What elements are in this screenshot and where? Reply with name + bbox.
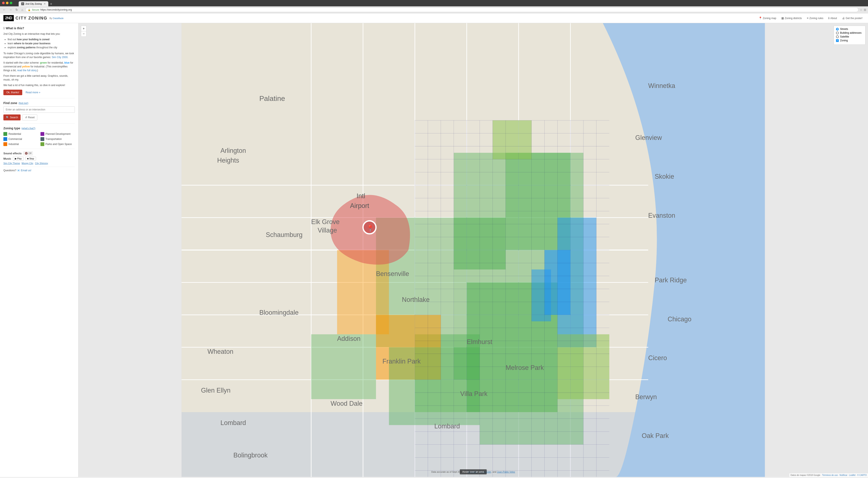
zone-transport[interactable]: Transportation — [40, 137, 75, 141]
zoning-check[interactable] — [836, 39, 839, 42]
about-icon: ℹ — [828, 17, 830, 20]
track-shimmy[interactable]: City Shimmy — [35, 162, 48, 165]
satellite-radio[interactable] — [836, 35, 839, 38]
window-minimize[interactable] — [6, 2, 8, 4]
zone-commercial[interactable]: Commercial — [3, 137, 38, 141]
green-text: green — [40, 61, 47, 64]
stop-button[interactable]: ■ Stop — [25, 157, 36, 160]
header-nav: 📍 Zoning map ▦ Zoning districts ≡ Zoning… — [756, 16, 865, 21]
back-button[interactable]: ← — [2, 8, 7, 12]
find-me-link[interactable]: (find me!) — [19, 102, 28, 104]
sidebar: ℹ What is this? 2nd City Zoning is an in… — [0, 23, 79, 477]
zoom-in-button[interactable]: + — [81, 26, 87, 31]
nav-about[interactable]: ℹ About — [826, 16, 839, 21]
svg-text:Park Ridge: Park Ridge — [655, 276, 687, 284]
tab-close[interactable]: ✕ — [44, 2, 46, 5]
whats-that-link[interactable]: (what's that?) — [22, 127, 35, 129]
hover-tooltip: Hover over an area — [460, 469, 487, 474]
svg-text:Glen Ellyn: Glen Ellyn — [201, 387, 230, 394]
new-tab-button[interactable]: + — [48, 2, 54, 6]
zone-industrial[interactable]: Industrial — [3, 142, 38, 146]
nav-zoning-map[interactable]: 📍 Zoning map — [756, 16, 778, 21]
map-svg[interactable]: Palatine Arlington Heights Schaumburg Bl… — [79, 23, 868, 477]
music-label: Music — [3, 157, 11, 160]
zone-parks[interactable]: Parks and Open Space — [40, 142, 75, 146]
zone-commercial-icon — [3, 137, 7, 141]
email-link[interactable]: Email us! — [21, 169, 31, 172]
track-simcity[interactable]: Sim City Theme — [3, 162, 20, 165]
svg-text:Bensenville: Bensenville — [376, 270, 409, 277]
svg-text:📍: 📍 — [366, 225, 374, 232]
stop-icon: ■ — [27, 157, 29, 160]
main-content: ℹ What is this? 2nd City Zoning is an in… — [0, 23, 868, 477]
address-input[interactable] — [3, 107, 75, 113]
expand-icon[interactable]: ⊞ — [864, 8, 866, 11]
svg-text:Intl: Intl — [356, 192, 365, 200]
window-close[interactable] — [2, 2, 5, 4]
layer-zoning[interactable]: Zoning — [836, 39, 863, 42]
reset-button[interactable]: ↺ Reset — [22, 115, 37, 120]
nav-zoning-districts[interactable]: ▦ Zoning districts — [779, 16, 804, 21]
search-button[interactable]: 🔍 Search — [3, 115, 21, 120]
address-bar[interactable]: 🔒 Secure https://secondcityzoning.org — [25, 7, 859, 12]
url-display: https://secondcityzoning.org — [40, 8, 72, 11]
tab-title: 2nd City Zoning — [25, 3, 42, 5]
sound-off-badge: 🔇 Off — [23, 151, 33, 155]
secure-icon: 🔒 — [28, 8, 31, 11]
window-maximize[interactable] — [10, 2, 12, 4]
track-moogy[interactable]: Moogy City — [22, 162, 33, 165]
building-radio[interactable] — [836, 32, 839, 34]
zoom-out-button[interactable]: − — [81, 31, 87, 37]
svg-text:Evanston: Evanston — [648, 212, 675, 219]
nav-zoning-rules[interactable]: ≡ Zoning rules — [805, 16, 826, 21]
bookmark-icon[interactable]: ☆ — [860, 8, 863, 11]
streets-radio[interactable] — [836, 28, 839, 31]
layer-building-addresses[interactable]: Building addresses — [836, 31, 863, 34]
leaflet-link[interactable]: Leaflet — [849, 474, 856, 476]
home-button[interactable]: ⌂ — [20, 8, 24, 12]
what-section-title: ℹ What is this? — [3, 27, 75, 30]
intro-list: find out how your building is zoned lear… — [8, 37, 75, 50]
notify-link[interactable]: Notificar — [840, 474, 847, 476]
terms-link[interactable]: Términos de uso — [822, 474, 838, 476]
map-area[interactable]: + − Streets Building addresses Satellite — [79, 23, 868, 477]
simcity-link[interactable]: Sim City 2000 — [52, 56, 68, 59]
zone-residential[interactable]: Residential — [3, 132, 38, 136]
tab-favicon: ? — [21, 2, 24, 5]
play-button[interactable]: ▶ Play — [13, 157, 24, 161]
app-header: 2ND CITY ZONING By DataMade 📍 Zoning map… — [0, 13, 868, 23]
svg-text:Franklin Park: Franklin Park — [382, 358, 421, 365]
svg-text:Villa Park: Villa Park — [460, 390, 488, 397]
nav-get-poster[interactable]: 🖨 Get the poster! — [840, 16, 865, 21]
zone-planned-icon — [40, 132, 44, 136]
para2: It started with the color scheme: green … — [3, 61, 75, 72]
datamade-link[interactable]: DataMade — [53, 17, 64, 20]
svg-text:Cicero: Cicero — [648, 354, 667, 361]
svg-text:Bloomingdale: Bloomingdale — [259, 309, 299, 316]
find-zone-header: Find zone (find me!) — [3, 101, 75, 105]
active-tab[interactable]: ? 2nd City Zoning ✕ — [19, 1, 48, 6]
svg-text:Wheaton: Wheaton — [208, 348, 233, 355]
carto-link[interactable]: © CARTO — [857, 474, 867, 476]
map-credit: Datos de mapas ©2018 Google · Términos d… — [789, 473, 868, 477]
zone-planned[interactable]: Planned Development — [40, 132, 75, 136]
ok-button[interactable]: Ok, thanks! — [3, 90, 22, 95]
forward-button[interactable]: → — [8, 8, 13, 12]
browser-toolbar: ← → ↻ ⌂ 🔒 Secure https://secondcityzonin… — [0, 6, 868, 13]
logo: 2ND CITY ZONING — [3, 15, 48, 21]
sound-row: Sound effects 🔇 Off — [3, 151, 75, 155]
full-story-link[interactable]: read the full story — [17, 69, 36, 72]
svg-text:Lombard: Lombard — [220, 419, 246, 426]
layer-satellite[interactable]: Satellite — [836, 35, 863, 38]
layer-streets[interactable]: Streets — [836, 28, 863, 31]
refresh-button[interactable]: ↻ — [14, 8, 19, 12]
play-icon: ▶ — [15, 157, 17, 160]
districts-icon: ▦ — [781, 17, 784, 20]
read-more-link[interactable]: Read more » — [26, 91, 40, 94]
juan-credit[interactable]: Juan-Pablo Velez — [497, 471, 515, 473]
sound-label: Sound effects — [3, 152, 22, 155]
svg-text:Elmhurst: Elmhurst — [467, 338, 492, 345]
zone-industrial-icon — [3, 142, 7, 146]
music-row: Music ▶ Play ■ Stop — [3, 157, 75, 161]
intro-text: 2nd City Zoning is an interactive map th… — [3, 32, 75, 36]
